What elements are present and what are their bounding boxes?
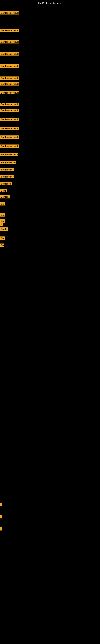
bottleneck-badge-row: Bo: [0, 202, 4, 206]
bottleneck-badge-row: Bottleneck result: [0, 76, 19, 80]
bottleneck-badge-row: Bottl: [0, 189, 7, 193]
bottleneck-badge-row: Bottleneck result: [0, 11, 19, 15]
bottleneck-result-badge: Bottleneck result: [0, 144, 19, 148]
bottleneck-result-badge: Bottleneck result: [0, 76, 19, 80]
bottleneck-badge-row: Bottleneck result: [0, 40, 19, 44]
bottleneck-badge-row: |: [0, 503, 1, 507]
bottleneck-result-badge: Bottl: [0, 189, 7, 192]
bottleneck-result-badge: Bottleneck res: [0, 168, 14, 171]
bottleneck-result-badge: Bottleneck result: [0, 40, 19, 44]
bottleneck-result-badge: |: [0, 503, 1, 506]
bottleneck-badge-row: B: [0, 222, 3, 226]
bottleneck-result-badge: B: [0, 222, 3, 226]
bottleneck-badge-row: Bottlenec: [0, 182, 12, 186]
bottleneck-badge-row: Bottleneck re: [0, 175, 14, 179]
bottleneck-result-badge: Bottleneck result: [0, 91, 19, 94]
bottleneck-result-badge: Bottleneck result: [0, 127, 19, 130]
bottleneck-badge-row: Bottleneck result: [0, 103, 19, 107]
bottleneck-result-badge: Bottleneck result: [0, 118, 19, 121]
bottleneck-badge-row: Bottlene: [0, 195, 10, 199]
bottleneck-badge-row: |: [0, 515, 1, 519]
bottleneck-result-badge: Bottleneck result: [0, 136, 19, 139]
bottleneck-result-badge: Bottleneck result: [0, 109, 19, 112]
bottleneck-result-badge: Bottleneck re: [0, 175, 14, 178]
bottleneck-badge-row: Bo: [0, 244, 4, 248]
bottleneck-badge-row: Bottleneck res: [0, 168, 14, 172]
bottleneck-badge-row: Bottleneck result: [0, 91, 19, 95]
bottleneck-badge-row: Bottle: [0, 228, 8, 232]
bottleneck-badge-row: Bottleneck result: [0, 127, 19, 131]
bottleneck-result-badge: Bottleneck result: [0, 153, 18, 156]
bottleneck-result-badge: Bot: [0, 236, 5, 240]
bottleneck-badge-row: Bottleneck result: [0, 52, 19, 56]
bottleneck-result-badge: |: [0, 515, 1, 518]
bottleneck-result-badge: Bottleneck result: [0, 29, 19, 32]
bottleneck-result-badge: Bo: [0, 244, 4, 247]
bottleneck-result-badge: Bottleneck result: [0, 82, 19, 86]
bottleneck-result-badge: Bottleneck result: [0, 64, 19, 68]
bottleneck-result-badge: |: [0, 527, 1, 530]
bottleneck-result-badge: Bottlene: [0, 195, 10, 198]
bottleneck-badge-row: Bot: [0, 236, 5, 240]
bottleneck-badge-row: |: [0, 527, 1, 531]
bottleneck-badge-row: Bottleneck result: [0, 64, 19, 68]
bottleneck-result-badge: Bot: [0, 219, 5, 222]
bottleneck-result-badge: Bottleneck result: [0, 103, 19, 106]
bottleneck-badge-row: Bottleneck result: [0, 29, 19, 33]
bottleneck-badge-row: Bottleneck result: [0, 136, 19, 140]
site-title: TheBottlenecker.com: [38, 2, 62, 5]
bottleneck-result-badge: Bottlenec: [0, 182, 12, 185]
bottleneck-badge-row: Bottleneck res: [0, 161, 16, 165]
bottleneck-badge-row: Bottleneck result: [0, 82, 19, 86]
bottleneck-result-badge: Bottleneck result: [0, 52, 19, 56]
bottleneck-badge-row: Bottleneck result: [0, 109, 19, 113]
bottleneck-badge-row: Bottleneck result: [0, 144, 19, 148]
bottleneck-result-badge: Bottle: [0, 228, 8, 231]
bottleneck-badge-row: Bot: [0, 213, 5, 217]
bottleneck-result-badge: Bot: [0, 213, 5, 216]
bottleneck-badge-row: Bottleneck result: [0, 153, 18, 157]
bottleneck-result-badge: Bottleneck res: [0, 161, 16, 164]
bottleneck-badge-row: Bottleneck result: [0, 118, 19, 122]
bottleneck-result-badge: Bottleneck result: [0, 11, 19, 14]
bottleneck-result-badge: Bo: [0, 202, 4, 206]
